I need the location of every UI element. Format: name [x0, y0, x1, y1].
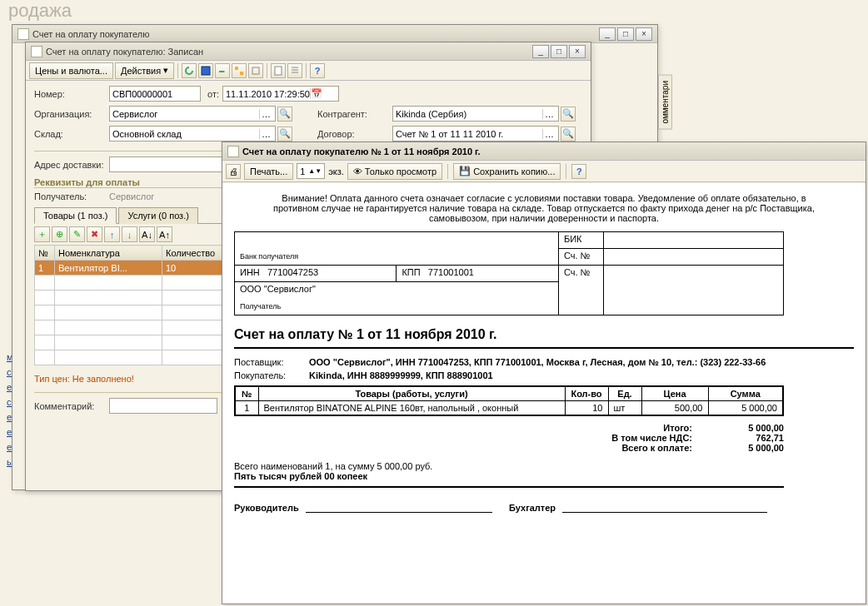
report-icon[interactable]: [271, 63, 286, 78]
sig-acc-label: Бухгалтер: [509, 503, 556, 513]
warehouse-label: Склад:: [34, 129, 109, 139]
bik-label: БИК: [558, 232, 603, 249]
tab-goods[interactable]: Товары (1 поз.): [34, 207, 117, 224]
sig-line: [306, 503, 492, 513]
save-copy-button[interactable]: 💾 Сохранить копию...: [453, 163, 561, 180]
ellipsis-icon[interactable]: …: [542, 109, 556, 119]
add-icon[interactable]: ＋: [34, 226, 50, 242]
doc-icon: [31, 46, 42, 57]
view-only-button[interactable]: 👁 Только просмотр: [347, 163, 442, 180]
close-button[interactable]: ×: [636, 27, 652, 41]
acc-label: Сч. №: [558, 266, 603, 315]
separator: [447, 164, 448, 179]
maximize-button[interactable]: □: [617, 27, 634, 41]
tab-services[interactable]: Услуги (0 поз.): [118, 207, 197, 224]
warehouse-input[interactable]: Основной склад …: [109, 126, 276, 142]
spinner-icon[interactable]: ▲▼: [308, 168, 322, 175]
warehouse-value: Основной склад: [112, 129, 182, 139]
disk-icon: 💾: [459, 166, 471, 176]
org-label: Организация:: [34, 109, 109, 119]
list-icon[interactable]: [287, 63, 302, 78]
print-document[interactable]: Внимание! Оплата данного счета означает …: [222, 183, 866, 604]
items-col-qty: Кол-во: [565, 386, 608, 401]
lookup-icon[interactable]: 🔍: [561, 127, 576, 142]
lookup-icon[interactable]: 🔍: [277, 127, 292, 142]
minimize-button[interactable]: _: [599, 27, 616, 41]
calendar-icon[interactable]: 📅: [310, 88, 323, 99]
grid-row-empty: [35, 335, 226, 350]
actions-label: Действия: [121, 66, 161, 76]
ellipsis-icon[interactable]: …: [542, 129, 556, 139]
copies-input[interactable]: 1 ▲▼: [297, 163, 325, 179]
prices-currency-button[interactable]: Цены и валюта...: [29, 62, 113, 79]
lookup-icon[interactable]: 🔍: [561, 107, 576, 122]
item-sum: 5 000,00: [708, 401, 783, 416]
grid-row[interactable]: 1 Вентилятор BI... 10: [35, 261, 226, 276]
side-tab-comments[interactable]: омментари: [658, 75, 672, 130]
buyer-label: Покупатель:: [234, 370, 309, 380]
items-col-sum: Сумма: [708, 386, 783, 401]
sum-line2: Пять тысяч рублей 00 копеек: [234, 471, 784, 481]
counterparty-input[interactable]: Kikinda (Сербия) …: [392, 106, 559, 122]
col-nomenclature[interactable]: Номенклатура: [55, 246, 162, 261]
printer-icon[interactable]: 🖨: [226, 164, 241, 179]
edit-icon[interactable]: ✎: [69, 226, 85, 242]
close-button[interactable]: ×: [569, 45, 586, 58]
inn-value: 7710047253: [267, 267, 318, 277]
move-down-icon[interactable]: ↓: [122, 226, 137, 242]
divider: [234, 347, 854, 349]
delete-icon[interactable]: ✖: [87, 226, 102, 242]
sum-line1: Всего наименований 1, на сумму 5 000,00 …: [234, 461, 784, 471]
address-input[interactable]: [109, 156, 226, 172]
move-up-icon[interactable]: ↑: [104, 226, 120, 242]
print-window-titlebar[interactable]: Счет на оплату покупателю № 1 от 11 нояб…: [222, 142, 866, 161]
add-copy-icon[interactable]: ⊕: [52, 226, 67, 242]
contract-label: Договор:: [317, 129, 392, 139]
buyer-value: Kikinda, ИНН 8889999999, КПП 888901001: [309, 370, 854, 380]
goto-icon[interactable]: [215, 63, 230, 78]
copies-suffix: экз.: [328, 166, 344, 176]
number-input[interactable]: СВП00000001: [109, 86, 201, 102]
totals-block: Итого:5 000,00 В том числе НДС:762,71 Вс…: [234, 423, 784, 453]
doc-icon: [227, 146, 239, 157]
structure-icon[interactable]: [232, 63, 247, 78]
parent-window-titlebar[interactable]: Счет на оплату покупателю _ □ ×: [12, 25, 657, 43]
receiver-label: Получатель:: [34, 191, 109, 201]
edit-window-title: Счет на оплату покупателю: Записан: [46, 47, 532, 57]
help-icon[interactable]: ?: [571, 164, 586, 179]
org-input[interactable]: Сервислог …: [109, 106, 276, 122]
basedon-icon[interactable]: [248, 63, 263, 78]
col-n[interactable]: №: [35, 246, 55, 261]
sort-asc-icon[interactable]: A↓: [139, 226, 155, 242]
help-icon[interactable]: ?: [310, 63, 325, 78]
grid-row-empty: [35, 276, 226, 291]
contract-value: Счет № 1 от 11 11 2010 г.: [396, 129, 503, 139]
number-value: СВП00000001: [112, 89, 172, 99]
bank-of-recipient: Банк получателя: [240, 252, 553, 261]
pay-value: 5 000,00: [709, 443, 784, 453]
comment-input[interactable]: [109, 398, 217, 414]
svg-rect-4: [275, 67, 282, 75]
actions-button[interactable]: Действия ▾: [115, 62, 174, 79]
view-only-label: Только просмотр: [365, 166, 436, 176]
sort-desc-icon[interactable]: A↑: [157, 226, 172, 242]
date-input[interactable]: 11.11.2010 17:29:50 📅: [222, 86, 339, 102]
refresh-icon[interactable]: [182, 63, 197, 78]
items-grid[interactable]: № Номенклатура Количество 1 Вентилятор B…: [34, 245, 226, 365]
save-icon[interactable]: [198, 63, 213, 78]
maximize-button[interactable]: □: [551, 45, 567, 58]
supplier-value: ООО "Сервислог", ИНН 7710047253, КПП 771…: [309, 357, 854, 367]
edit-window-titlebar[interactable]: Счет на оплату покупателю: Записан _ □ ×: [26, 42, 591, 61]
ellipsis-icon[interactable]: …: [259, 129, 272, 139]
contract-input[interactable]: Счет № 1 от 11 11 2010 г. …: [392, 126, 559, 142]
minimize-button[interactable]: _: [532, 45, 549, 58]
kpp-label: КПП: [402, 267, 420, 277]
items-row: 1 Вентилятор BINATONE ALPINE 160вт, напо…: [235, 401, 783, 416]
lookup-icon[interactable]: 🔍: [277, 107, 292, 122]
print-button[interactable]: Печать...: [244, 163, 293, 180]
ellipsis-icon[interactable]: …: [259, 109, 272, 119]
col-qty[interactable]: Количество: [162, 246, 226, 261]
edit-toolbar: Цены и валюта... Действия ▾ ?: [26, 61, 591, 81]
item-price: 500,00: [641, 401, 708, 416]
company-name: ООО "Сервислог": [240, 284, 553, 294]
